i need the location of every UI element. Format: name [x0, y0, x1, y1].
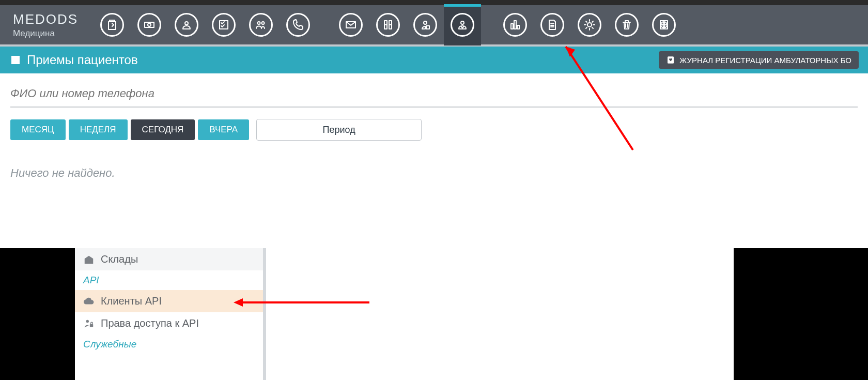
- people-phone-icon: [249, 13, 273, 37]
- filter-week-button[interactable]: НЕДЕЛЯ: [69, 119, 128, 140]
- money-icon: [137, 13, 161, 37]
- side-item-api-rights[interactable]: Права доступа к API: [75, 312, 263, 335]
- side-item-api-rights-label: Права доступа к API: [101, 317, 199, 329]
- globe-book-icon: [652, 13, 676, 37]
- trash-icon: [615, 13, 639, 37]
- filter-month-button[interactable]: МЕСЯЦ: [10, 119, 66, 140]
- side-section-api: API: [75, 270, 263, 290]
- svg-point-3: [86, 320, 89, 323]
- settings-side-panel: Склады API Клиенты API Права доступа к A…: [75, 248, 266, 380]
- nav-gear-icon[interactable]: [571, 4, 608, 45]
- nav-globe-book-icon[interactable]: [645, 4, 683, 45]
- clipboard-icon: [100, 13, 124, 37]
- content-area: МЕСЯЦ НЕДЕЛЯ СЕГОДНЯ ВЧЕРА Период Ничего…: [0, 73, 868, 190]
- nav-checklist-icon[interactable]: [205, 4, 242, 45]
- side-item-warehouses[interactable]: Склады: [75, 248, 263, 270]
- nav-phone-icon[interactable]: [280, 4, 317, 45]
- svg-rect-4: [90, 324, 93, 327]
- search-input[interactable]: [10, 84, 858, 108]
- period-selector[interactable]: Период: [256, 119, 422, 141]
- nav-person-icon[interactable]: [168, 4, 205, 45]
- page-header-left: Приемы пациентов: [9, 53, 138, 67]
- side-item-warehouses-label: Склады: [101, 253, 138, 265]
- screenshot-black-bar-left: [0, 248, 75, 380]
- nav-clipboard-icon[interactable]: [94, 4, 131, 45]
- filter-yesterday-button[interactable]: ВЧЕРА: [198, 119, 249, 140]
- nav-people-phone-icon[interactable]: [242, 4, 280, 45]
- doctor-icon: [451, 13, 474, 37]
- filter-row: МЕСЯЦ НЕДЕЛЯ СЕГОДНЯ ВЧЕРА Период: [10, 119, 858, 141]
- checklist-icon: [212, 13, 236, 37]
- journal-button-label: ЖУРНАЛ РЕГИСТРАЦИИ АМБУЛАТОРНЫХ БО: [679, 56, 851, 65]
- warehouse-icon: [83, 254, 95, 265]
- id-card-icon: [9, 54, 22, 66]
- page-title: Приемы пациентов: [27, 53, 138, 67]
- chart-icon: [503, 13, 527, 37]
- nav-money-icon[interactable]: [131, 4, 168, 45]
- filter-today-button[interactable]: СЕГОДНЯ: [131, 119, 195, 140]
- cloud-icon: [83, 296, 95, 307]
- heart-doc-icon: [666, 55, 675, 65]
- side-item-api-clients[interactable]: Клиенты API: [75, 290, 263, 312]
- user-lock-icon: [83, 318, 95, 329]
- document-icon: [540, 13, 564, 37]
- pills-icon: [376, 13, 400, 37]
- nav-icon-row: [94, 5, 683, 44]
- nav-pills-icon[interactable]: [369, 4, 407, 45]
- empty-state-text: Ничего не найдено.: [10, 166, 858, 180]
- nav-trash-icon[interactable]: [608, 4, 645, 45]
- side-section-service: Служебные: [75, 335, 263, 354]
- top-navigation: MEDODS Медицина: [0, 5, 868, 47]
- nav-doctor-icon[interactable]: [444, 4, 481, 45]
- person-icon: [175, 13, 198, 37]
- nav-chart-icon[interactable]: [497, 4, 534, 45]
- desk-icon: [413, 13, 437, 37]
- brand-line1: MEDODS: [13, 11, 78, 27]
- brand-logo: MEDODS Медицина: [0, 11, 94, 39]
- nav-mail-icon[interactable]: [332, 4, 369, 45]
- side-item-api-clients-label: Клиенты API: [101, 295, 162, 307]
- page-header: Приемы пациентов ЖУРНАЛ РЕГИСТРАЦИИ АМБУ…: [0, 47, 868, 73]
- brand-line2: Медицина: [13, 28, 78, 39]
- nav-desk-icon[interactable]: [407, 4, 444, 45]
- mail-icon: [339, 13, 363, 37]
- screenshot-black-bar-right: [734, 248, 868, 380]
- gear-icon: [578, 13, 601, 37]
- journal-button[interactable]: ЖУРНАЛ РЕГИСТРАЦИИ АМБУЛАТОРНЫХ БО: [659, 51, 859, 69]
- nav-document-icon[interactable]: [534, 4, 571, 45]
- phone-icon: [286, 13, 310, 37]
